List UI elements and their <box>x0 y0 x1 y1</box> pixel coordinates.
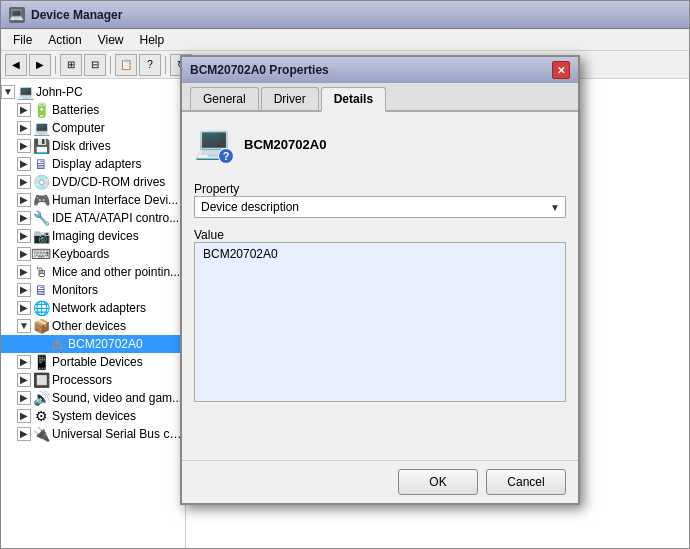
monitors-expand[interactable]: ▶ <box>17 283 31 297</box>
network-icon: 🌐 <box>33 300 49 316</box>
sound-expand[interactable]: ▶ <box>17 391 31 405</box>
monitors-label: Monitors <box>52 283 98 297</box>
tree-item-usb[interactable]: ▶ 🔌 Universal Serial Bus co... <box>1 425 185 443</box>
cancel-button[interactable]: Cancel <box>486 469 566 495</box>
ide-icon: 🔧 <box>33 210 49 226</box>
properties-dialog: BCM20702A0 Properties ✕ General Driver D… <box>180 55 580 505</box>
device-header: 💻 ? BCM20702A0 <box>194 124 566 172</box>
processors-icon: 🔲 <box>33 372 49 388</box>
ok-button[interactable]: OK <box>398 469 478 495</box>
tree-item-batteries[interactable]: ▶ 🔋 Batteries <box>1 101 185 119</box>
properties-button[interactable]: 📋 <box>115 54 137 76</box>
dialog-tabs: General Driver Details <box>182 83 578 112</box>
tree-root[interactable]: ▼ 💻 John-PC <box>1 83 185 101</box>
tree-item-disk[interactable]: ▶ 💾 Disk drives <box>1 137 185 155</box>
tree-item-network[interactable]: ▶ 🌐 Network adapters <box>1 299 185 317</box>
tree-item-monitors[interactable]: ▶ 🖥 Monitors <box>1 281 185 299</box>
hid-label: Human Interface Devi... <box>52 193 178 207</box>
menubar: File Action View Help <box>1 29 689 51</box>
collapse-button[interactable]: ⊟ <box>84 54 106 76</box>
bcm-label: BCM20702A0 <box>68 337 143 351</box>
tree-item-hid[interactable]: ▶ 🎮 Human Interface Devi... <box>1 191 185 209</box>
display-expand[interactable]: ▶ <box>17 157 31 171</box>
device-icon: 💻 ? <box>194 124 234 164</box>
portable-expand[interactable]: ▶ <box>17 355 31 369</box>
tree-item-sound[interactable]: ▶ 🔊 Sound, video and gam... <box>1 389 185 407</box>
property-section: Property Device description Hardware Ids… <box>194 182 566 218</box>
usb-label: Universal Serial Bus co... <box>52 427 185 441</box>
usb-expand[interactable]: ▶ <box>17 427 31 441</box>
disk-label: Disk drives <box>52 139 111 153</box>
usb-icon: 🔌 <box>33 426 49 442</box>
system-icon: ⚙ <box>33 408 49 424</box>
other-expand[interactable]: ▼ <box>17 319 31 333</box>
bcm-icon: ⚠ <box>49 336 65 352</box>
mice-label: Mice and other pointin... <box>52 265 180 279</box>
tab-general[interactable]: General <box>190 87 259 110</box>
tab-driver[interactable]: Driver <box>261 87 319 110</box>
device-tree[interactable]: ▼ 💻 John-PC ▶ 🔋 Batteries ▶ 💻 Computer <box>1 79 186 548</box>
processors-label: Processors <box>52 373 112 387</box>
app-icon: 💻 <box>9 7 25 23</box>
network-expand[interactable]: ▶ <box>17 301 31 315</box>
batteries-expand[interactable]: ▶ <box>17 103 31 117</box>
dialog-title: BCM20702A0 Properties <box>190 63 552 77</box>
device-name-label: BCM20702A0 <box>244 137 326 152</box>
other-label: Other devices <box>52 319 126 333</box>
menu-help[interactable]: Help <box>132 31 173 49</box>
menu-action[interactable]: Action <box>40 31 89 49</box>
imaging-expand[interactable]: ▶ <box>17 229 31 243</box>
value-field-label: Value <box>194 228 566 242</box>
tree-item-keyboards[interactable]: ▶ ⌨ Keyboards <box>1 245 185 263</box>
ide-label: IDE ATA/ATAPI contro... <box>52 211 179 225</box>
tree-item-system[interactable]: ▶ ⚙ System devices <box>1 407 185 425</box>
mice-expand[interactable]: ▶ <box>17 265 31 279</box>
processors-expand[interactable]: ▶ <box>17 373 31 387</box>
computer-expand[interactable]: ▶ <box>17 121 31 135</box>
tree-item-ide[interactable]: ▶ 🔧 IDE ATA/ATAPI contro... <box>1 209 185 227</box>
back-button[interactable]: ◀ <box>5 54 27 76</box>
tree-item-computer[interactable]: ▶ 💻 Computer <box>1 119 185 137</box>
dvd-expand[interactable]: ▶ <box>17 175 31 189</box>
hid-icon: 🎮 <box>33 192 49 208</box>
menu-file[interactable]: File <box>5 31 40 49</box>
device-icon-badge: ? <box>218 148 234 164</box>
hid-expand[interactable]: ▶ <box>17 193 31 207</box>
tree-item-imaging[interactable]: ▶ 📷 Imaging devices <box>1 227 185 245</box>
keyboards-expand[interactable]: ▶ <box>17 247 31 261</box>
forward-button[interactable]: ▶ <box>29 54 51 76</box>
tree-item-bcm[interactable]: ⚠ BCM20702A0 <box>1 335 185 353</box>
help-button[interactable]: ? <box>139 54 161 76</box>
network-label: Network adapters <box>52 301 146 315</box>
tree-item-processors[interactable]: ▶ 🔲 Processors <box>1 371 185 389</box>
ide-expand[interactable]: ▶ <box>17 211 31 225</box>
tree-item-display[interactable]: ▶ 🖥 Display adapters <box>1 155 185 173</box>
portable-label: Portable Devices <box>52 355 143 369</box>
property-dropdown[interactable]: Device description Hardware Ids Compatib… <box>194 196 566 218</box>
tree-item-mice[interactable]: ▶ 🖱 Mice and other pointin... <box>1 263 185 281</box>
tree-item-other-devices[interactable]: ▼ 📦 Other devices <box>1 317 185 335</box>
show-hidden-button[interactable]: ⊞ <box>60 54 82 76</box>
tree-item-dvd[interactable]: ▶ 💿 DVD/CD-ROM drives <box>1 173 185 191</box>
computer-icon: 💻 <box>33 120 49 136</box>
computer-label: Computer <box>52 121 105 135</box>
disk-expand[interactable]: ▶ <box>17 139 31 153</box>
dialog-close-button[interactable]: ✕ <box>552 61 570 79</box>
sound-icon: 🔊 <box>33 390 49 406</box>
system-expand[interactable]: ▶ <box>17 409 31 423</box>
display-label: Display adapters <box>52 157 141 171</box>
batteries-icon: 🔋 <box>33 102 49 118</box>
tab-details[interactable]: Details <box>321 87 386 112</box>
menu-view[interactable]: View <box>90 31 132 49</box>
toolbar-separator-3 <box>165 56 166 74</box>
dvd-icon: 💿 <box>33 174 49 190</box>
toolbar-separator-2 <box>110 56 111 74</box>
batteries-label: Batteries <box>52 103 99 117</box>
imaging-icon: 📷 <box>33 228 49 244</box>
value-content: BCM20702A0 <box>203 247 278 261</box>
root-expand[interactable]: ▼ <box>1 85 15 99</box>
tree-item-portable[interactable]: ▶ 📱 Portable Devices <box>1 353 185 371</box>
other-icon: 📦 <box>33 318 49 334</box>
window-title: Device Manager <box>31 8 681 22</box>
imaging-label: Imaging devices <box>52 229 139 243</box>
